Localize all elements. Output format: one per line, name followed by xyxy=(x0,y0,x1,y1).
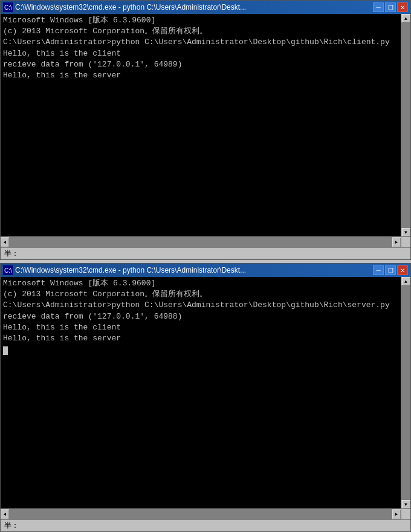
title-bar-2[interactable]: C:\ C:\Windows\system32\cmd.exe - python… xyxy=(1,264,410,277)
scroll-track-h-1 xyxy=(9,237,392,247)
scroll-left-1[interactable]: ◄ xyxy=(1,238,9,247)
console-line: Microsoft Windows [版本 6.3.9600] xyxy=(3,15,398,26)
restore-button-1[interactable]: ❒ xyxy=(385,2,396,12)
console-line: Microsoft Windows [版本 6.3.9600] xyxy=(3,278,398,289)
scrollbar-horizontal-1[interactable]: ◄ ► xyxy=(1,236,401,247)
status-bar-1: 半： xyxy=(1,247,410,259)
scrollbar-vertical-2[interactable]: ▲ ▼ xyxy=(401,277,410,508)
svg-text:C:\: C:\ xyxy=(4,4,12,11)
svg-text:C:\: C:\ xyxy=(4,267,12,274)
console-line: (c) 2013 Microsoft Corporation。保留所有权利。 xyxy=(3,26,398,37)
scrollbar-vertical-1[interactable]: ▲ ▼ xyxy=(401,14,410,236)
status-text-1: 半： xyxy=(4,248,19,259)
console-line: Hello, this is the server xyxy=(3,70,398,81)
scroll-track-v-1 xyxy=(401,22,410,228)
cursor xyxy=(3,346,8,355)
scroll-up-1[interactable]: ▲ xyxy=(402,14,410,22)
console-line: C:\Users\Administrator>python C:\Users\A… xyxy=(3,300,398,311)
scrollbar-horizontal-2[interactable]: ◄ ► xyxy=(1,508,401,519)
console-output-1: Microsoft Windows [版本 6.3.9600] (c) 2013… xyxy=(1,14,410,247)
scroll-track-v-2 xyxy=(401,285,410,500)
minimize-button-1[interactable]: ─ xyxy=(373,2,384,12)
console-line: Hello, this is the client xyxy=(3,322,398,333)
window-controls-1: ─ ❒ ✕ xyxy=(373,2,408,12)
console-line: recieve data from ('127.0.0.1', 64988) xyxy=(3,311,398,322)
console-line: (c) 2013 Microsoft Corporation。保留所有权利。 xyxy=(3,289,398,300)
console-line: C:\Users\Administrator>python C:\Users\A… xyxy=(3,37,398,48)
close-button-1[interactable]: ✕ xyxy=(397,2,408,12)
minimize-button-2[interactable]: ─ xyxy=(373,265,384,275)
status-bar-2: 半： xyxy=(1,519,410,531)
console-line: Hello, this is the server xyxy=(3,333,398,344)
status-text-2: 半： xyxy=(4,521,19,531)
scroll-up-2[interactable]: ▲ xyxy=(402,277,410,285)
scroll-down-1[interactable]: ▼ xyxy=(402,228,410,236)
cmd-icon-1: C:\ xyxy=(3,2,13,12)
scroll-right-1[interactable]: ► xyxy=(392,238,401,247)
scroll-right-2[interactable]: ► xyxy=(392,510,401,519)
console-line: recieve data from ('127.0.0.1', 64989) xyxy=(3,59,398,70)
cmd-window-2: C:\ C:\Windows\system32\cmd.exe - python… xyxy=(0,263,411,532)
console-output-2: Microsoft Windows [版本 6.3.9600] (c) 2013… xyxy=(1,277,410,519)
window-controls-2: ─ ❒ ✕ xyxy=(373,265,408,275)
window-title-2: C:\Windows\system32\cmd.exe - python C:\… xyxy=(15,266,371,274)
corner-1 xyxy=(401,236,410,247)
corner-2 xyxy=(401,508,410,519)
scroll-track-h-2 xyxy=(9,509,392,519)
cmd-window-1: C:\ C:\Windows\system32\cmd.exe - python… xyxy=(0,0,411,260)
window-title-1: C:\Windows\system32\cmd.exe - python C:\… xyxy=(15,3,371,11)
title-bar-1[interactable]: C:\ C:\Windows\system32\cmd.exe - python… xyxy=(1,1,410,14)
cmd-icon-2: C:\ xyxy=(3,265,13,275)
close-button-2[interactable]: ✕ xyxy=(397,265,408,275)
scroll-down-2[interactable]: ▼ xyxy=(402,500,410,508)
console-line: Hello, this is the client xyxy=(3,48,398,59)
scroll-left-2[interactable]: ◄ xyxy=(1,510,9,519)
restore-button-2[interactable]: ❒ xyxy=(385,265,396,275)
cursor-line xyxy=(3,344,398,355)
